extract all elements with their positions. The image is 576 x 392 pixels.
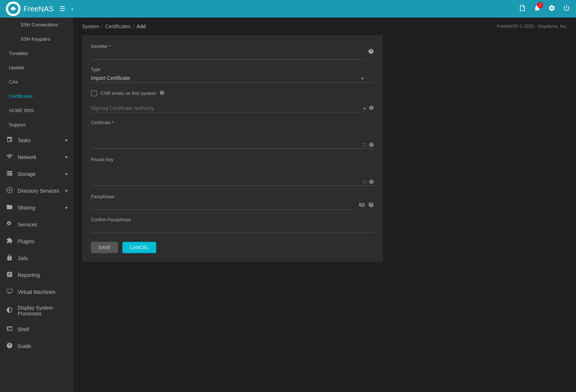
form-buttons: SAVE CANCEL — [91, 242, 374, 253]
csr-label: CSR exists on this system — [100, 90, 156, 96]
identifier-help-icon[interactable] — [368, 48, 374, 55]
type-select[interactable]: Internal Certificate Import Certificate … — [91, 74, 374, 83]
sidebar-label-cas: CAs — [9, 79, 18, 85]
certificate-textarea-actions — [362, 142, 374, 148]
sidebar-item-acme-dns[interactable]: ACME DNS — [0, 103, 73, 118]
sidebar-item-virtual-machines[interactable]: Virtual Machines — [0, 284, 73, 300]
signing-ca-help-icon[interactable] — [369, 105, 374, 111]
sidebar-label-shell: Shell — [18, 326, 29, 332]
signing-ca-row: ▾ — [91, 104, 374, 113]
certificate-label: Certificate * — [91, 120, 374, 125]
csr-checkbox[interactable] — [91, 90, 97, 96]
sidebar-item-cas[interactable]: CAs — [0, 75, 73, 89]
passphrase-help-icon[interactable] — [368, 202, 374, 209]
passphrase-input[interactable] — [91, 201, 356, 210]
main-content: System / Certificates / Add FreeNAS® © 2… — [73, 18, 576, 392]
confirm-passphrase-label: Confirm Passphrase — [91, 217, 374, 222]
logo: FreeNAS — [6, 1, 54, 16]
back-icon[interactable]: ‹ — [71, 5, 73, 13]
sidebar-item-support[interactable]: Support — [0, 118, 73, 132]
cancel-button[interactable]: CANCEL — [122, 242, 157, 253]
sidebar-item-shell[interactable]: Shell — [0, 321, 73, 338]
sidebar-item-guide[interactable]: Guide — [0, 338, 73, 355]
sidebar-item-network[interactable]: Network ▾ — [0, 149, 73, 166]
passphrase-label: Passphrase — [91, 194, 374, 199]
confirm-passphrase-input[interactable] — [91, 224, 374, 233]
display-system-processes-icon — [6, 307, 13, 315]
sidebar-item-ssh-keypairs[interactable]: SSH Keypairs — [0, 32, 73, 46]
logo-text: FreeNAS — [23, 5, 54, 13]
sidebar-label-services: Services — [18, 222, 37, 228]
copyright-text: FreeNAS® © 2020 - iXsystems, Inc. — [497, 24, 567, 29]
identifier-label: Identifier * — [91, 44, 365, 49]
power-icon[interactable] — [563, 4, 570, 14]
private-key-help-btn[interactable] — [369, 179, 374, 185]
logo-image — [6, 1, 21, 16]
save-button[interactable]: SAVE — [91, 242, 118, 253]
sidebar-label-ssh-connections: SSH Connections — [21, 22, 58, 27]
sidebar-item-ssh-connections[interactable]: SSH Connections — [0, 18, 73, 32]
passphrase-group: Passphrase — [91, 194, 374, 210]
breadcrumb-bar: System / Certificates / Add FreeNAS® © 2… — [73, 18, 576, 35]
breadcrumb-certificates[interactable]: Certificates — [105, 23, 131, 29]
type-label: Type — [91, 67, 374, 72]
sidebar-label-acme-dns: ACME DNS — [9, 108, 34, 113]
confirm-passphrase-group: Confirm Passphrase — [91, 217, 374, 233]
sharing-arrow: ▾ — [65, 205, 67, 210]
certificate-group: Certificate * — [91, 120, 374, 150]
menu-icon[interactable]: ☰ — [59, 5, 65, 13]
sidebar-item-storage[interactable]: Storage ▾ — [0, 166, 73, 182]
virtual-machines-icon — [6, 288, 13, 296]
sidebar-label-jails: Jails — [18, 255, 28, 261]
certificate-textarea[interactable] — [91, 127, 374, 149]
breadcrumb: System / Certificates / Add — [82, 23, 146, 29]
certificate-expand-btn[interactable] — [362, 142, 367, 148]
settings-icon[interactable] — [548, 4, 555, 14]
topbar-right: 1 — [519, 4, 570, 14]
type-select-wrapper: Internal Certificate Import Certificate … — [91, 74, 374, 83]
private-key-textarea-wrapper — [91, 164, 374, 187]
signing-ca-input[interactable] — [91, 104, 360, 113]
directory-services-arrow: ▾ — [65, 188, 67, 193]
storage-icon — [6, 170, 13, 178]
sidebar-item-directory-services[interactable]: Directory Services ▾ — [0, 182, 73, 199]
breadcrumb-system[interactable]: System — [82, 23, 99, 29]
signing-ca-group: ▾ — [91, 104, 374, 113]
private-key-label: Private Key — [91, 157, 374, 162]
certificate-help-btn[interactable] — [369, 142, 374, 148]
sidebar-item-certificates[interactable]: Certificates — [0, 89, 73, 103]
certificate-textarea-wrapper — [91, 127, 374, 150]
sidebar-item-services[interactable]: Services — [0, 216, 73, 233]
sidebar-item-tunables[interactable]: Tunables — [0, 46, 73, 60]
sidebar-item-sharing[interactable]: Sharing ▾ — [0, 199, 73, 216]
sidebar-label-directory-services: Directory Services — [18, 188, 59, 194]
private-key-textarea[interactable] — [91, 164, 374, 186]
sidebar-item-reporting[interactable]: Reporting — [0, 267, 73, 284]
topbar: FreeNAS ☰ ‹ 1 — [0, 0, 576, 18]
sidebar: SSH Connections SSH Keypairs Tunables Up… — [0, 18, 73, 392]
sidebar-label-tasks: Tasks — [18, 137, 31, 143]
sidebar-label-guide: Guide — [18, 343, 31, 349]
topbar-left: FreeNAS ☰ ‹ — [6, 1, 73, 16]
directory-services-icon — [6, 187, 13, 195]
reporting-icon — [6, 271, 13, 279]
passphrase-row — [91, 201, 374, 210]
sidebar-item-tasks[interactable]: Tasks ▾ — [0, 132, 73, 149]
notes-icon[interactable] — [519, 4, 526, 14]
sidebar-item-update[interactable]: Update — [0, 60, 73, 75]
private-key-expand-btn[interactable] — [362, 179, 367, 185]
identifier-group: Identifier * — [91, 44, 374, 60]
svg-point-1 — [12, 7, 14, 9]
sidebar-item-display-system-processes[interactable]: Display System Processes — [0, 300, 73, 321]
identifier-input[interactable] — [91, 51, 365, 60]
sidebar-label-certificates: Certificates — [9, 93, 33, 99]
passphrase-toggle-visibility-btn[interactable] — [359, 201, 365, 209]
notification-icon[interactable]: 1 — [533, 4, 541, 14]
sidebar-label-support: Support — [9, 122, 26, 127]
sidebar-item-plugins[interactable]: Plugins — [0, 233, 73, 250]
sidebar-item-jails[interactable]: Jails — [0, 250, 73, 267]
csr-help-icon[interactable] — [159, 90, 165, 96]
network-icon — [6, 153, 13, 161]
sidebar-label-ssh-keypairs: SSH Keypairs — [21, 36, 50, 42]
sidebar-label-storage: Storage — [18, 171, 36, 177]
